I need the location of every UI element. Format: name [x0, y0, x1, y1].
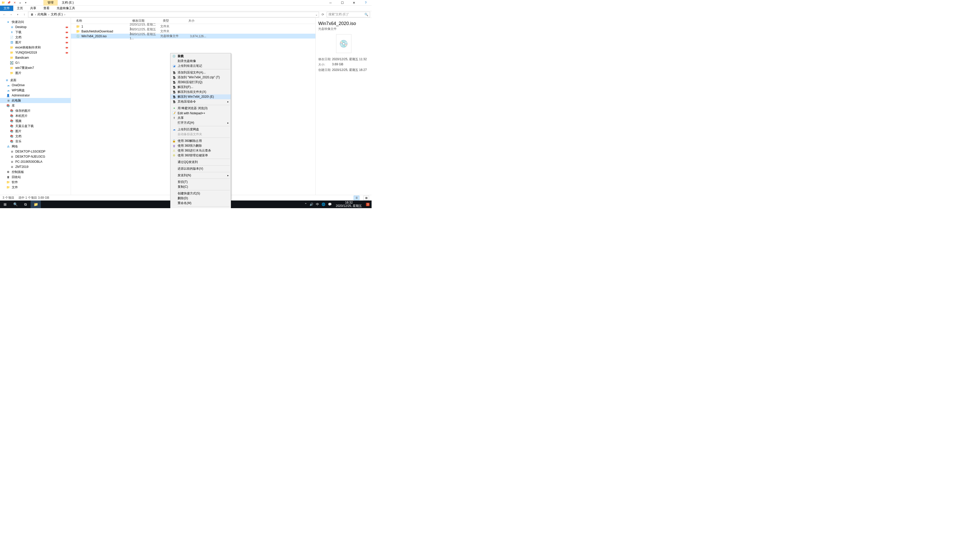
tree-item[interactable]: 📁软件 [0, 179, 71, 185]
tree-libraries[interactable]: 📚库 [0, 103, 71, 108]
file-row[interactable]: 📁1 2020/12/15, 星期二 1... 文件夹 [71, 24, 315, 29]
chevron-right-icon[interactable]: › [64, 13, 65, 16]
tree-recycle-bin[interactable]: 🗑回收站 [0, 175, 71, 179]
ribbon-tab-view[interactable]: 查看 [40, 6, 53, 11]
ctx-openwith[interactable]: 打开方式(H)▸ [170, 121, 231, 125]
tree-item[interactable]: 📁Bandicam [0, 55, 71, 60]
chevron-right-icon[interactable]: › [48, 13, 49, 16]
view-details-button[interactable]: ☰ [354, 196, 360, 200]
breadcrumb-pc[interactable]: 此电脑 [37, 12, 48, 17]
tree-item[interactable]: 📁图片 [0, 70, 71, 76]
tree-wps[interactable]: ☁WPS网盘 [0, 88, 71, 93]
tree-item[interactable]: 📚音乐 [0, 139, 71, 144]
recent-dropdown[interactable]: ▾ [15, 12, 21, 17]
start-button[interactable]: ⊞ [0, 200, 10, 208]
ribbon-tab-home[interactable]: 主页 [13, 6, 27, 11]
ctx-restore-version[interactable]: 还原以前的版本(V) [170, 166, 231, 171]
tree-desktop[interactable]: 🖥桌面 [0, 78, 71, 83]
column-name[interactable]: 名称 [71, 19, 130, 23]
close-button[interactable]: ✕ [348, 0, 360, 6]
network-icon[interactable]: 🌐 [321, 203, 325, 206]
tree-item[interactable]: 📁excel表格制作求和📌 [0, 45, 71, 50]
ctx-bee-browser[interactable]: ✦用 蜂蜜浏览器 浏览(3) [170, 106, 231, 111]
search-button[interactable]: 🔍 [10, 200, 21, 208]
column-type[interactable]: 类型 [160, 19, 186, 23]
help-button[interactable]: ? [360, 0, 372, 6]
ctx-extract-here[interactable]: 🗜解压到当前文件夹(X) [170, 89, 231, 94]
ctx-share[interactable]: ⇪共享 [170, 116, 231, 121]
ctx-add-archive[interactable]: 🗜添加到压缩文件(A)... [170, 70, 231, 75]
navigation-pane[interactable]: ★快速访问 🖥Desktop📌 ⬇下载📌 📄文档📌 🖼图片📌 📁excel表格制… [0, 18, 71, 195]
ctx-copy[interactable]: 复制(C) [170, 184, 231, 189]
ctx-other-zip[interactable]: 🗜其他压缩命令▸ [170, 99, 231, 104]
qat-pin-icon[interactable]: 📌 [6, 0, 11, 5]
ctx-cut[interactable]: 剪切(T) [170, 179, 231, 184]
forward-button[interactable]: → [8, 12, 14, 17]
ctx-extract-to[interactable]: 🗜解压到(F)... [170, 85, 231, 89]
ctx-360-menu[interactable]: ⚙使用 360管理右键菜单 [170, 153, 231, 158]
ctx-shortcut[interactable]: 创建快捷方式(S) [170, 191, 231, 196]
qat-props-icon[interactable]: ≡ [18, 0, 22, 5]
ctx-rename[interactable]: 重命名(M) [170, 201, 231, 206]
tree-item[interactable]: 🖥DESKTOP-LSSOEDP [0, 149, 71, 154]
ctx-baidu-upload[interactable]: ☁上传到百度网盘 [170, 127, 231, 132]
file-row[interactable]: 📁BaiduNetdiskDownload 2020/12/25, 星期五 1.… [71, 29, 315, 34]
search-input[interactable]: 搜索"文档 (E:)" 🔍 [327, 12, 370, 17]
tree-item[interactable]: 🖼图片📌 [0, 40, 71, 45]
ctx-open-360zip[interactable]: 🗜用360压缩打开(Q) [170, 80, 231, 85]
explorer-taskbar-button[interactable]: 📁 [30, 200, 41, 208]
ctx-delete[interactable]: 删除(D) [170, 196, 231, 201]
ime-indicator[interactable]: 中 [316, 202, 319, 206]
tree-item[interactable]: 📚本机照片 [0, 113, 71, 118]
tree-item[interactable]: 📄文档📌 [0, 35, 71, 40]
ctx-burn[interactable]: 刻录光盘映像 [170, 59, 231, 64]
ctx-360-unlock[interactable]: 🔓使用 360解除占用 [170, 138, 231, 143]
tree-this-pc[interactable]: 🖥此电脑 [0, 98, 71, 103]
tree-item[interactable]: 📁win7重装win7 [0, 65, 71, 70]
ctx-add-zip[interactable]: 🗜添加到 "Win7x64_2020.zip" (T) [170, 75, 231, 80]
qat-dropdown-icon[interactable]: ▾ [24, 0, 28, 5]
qat-close-icon[interactable]: ✕ [12, 0, 17, 5]
chevron-right-icon[interactable]: › [35, 13, 36, 16]
file-row-selected[interactable]: 💿Win7x64_2020.iso 2020/12/25, 星期五 1... 光… [71, 34, 315, 38]
breadcrumb-drive[interactable]: 文档 (E:) [50, 12, 64, 17]
ctx-extract-named[interactable]: 🗜解压到 Win7x64_2020\ (E) [170, 94, 231, 99]
ctx-properties[interactable]: 属性(R) [170, 207, 231, 208]
tree-onedrive[interactable]: ☁OneDrive [0, 83, 71, 88]
tree-item[interactable]: ⬇下载📌 [0, 30, 71, 35]
tree-item[interactable]: 📚视频 [0, 118, 71, 124]
tree-item[interactable]: 📚天翼云盘下载 [0, 124, 71, 129]
taskbar-clock[interactable]: 16:32 2020/12/25, 星期五 [334, 201, 364, 208]
file-list-pane[interactable]: 名称 修改日期 类型 大小 📁1 2020/12/15, 星期二 1... 文件… [71, 18, 315, 195]
minimize-button[interactable]: ─ [325, 0, 336, 6]
ribbon-tab-file[interactable]: 文件 [0, 6, 13, 11]
tray-overflow-icon[interactable]: ⌃ [304, 203, 307, 206]
tree-item[interactable]: 📚保存的图片 [0, 108, 71, 113]
tree-item[interactable]: 🖥ZMT2019 [0, 164, 71, 169]
tree-item[interactable]: 💽G:\ [0, 60, 71, 65]
search-icon[interactable]: 🔍 [364, 13, 368, 16]
tree-item[interactable]: 🖥DESKTOP-NJEU3CG [0, 154, 71, 159]
tree-item[interactable]: 🖥PC-20190530OBLA [0, 159, 71, 164]
ctx-360-delete[interactable]: 🗑使用 360强力删除 [170, 143, 231, 148]
ctx-notepadpp[interactable]: 📝Edit with Notepad++ [170, 111, 231, 116]
taskview-button[interactable]: ⧉ [21, 200, 30, 208]
action-center-icon[interactable]: 💬 [328, 203, 332, 206]
ctx-qq-send[interactable]: 通过QQ发送到 [170, 160, 231, 165]
tree-item[interactable]: 📁YUNQISHI2019📌 [0, 50, 71, 55]
breadcrumb-pc-icon[interactable]: 🖥 [29, 13, 35, 16]
up-button[interactable]: ↑ [21, 12, 27, 17]
chevron-down-icon[interactable]: ⌄ [315, 13, 318, 16]
back-button[interactable]: ← [2, 12, 7, 17]
view-large-button[interactable]: ▦ [363, 196, 369, 200]
tree-quick-access[interactable]: ★快速访问 [0, 19, 71, 24]
tree-item[interactable]: 📚文档 [0, 134, 71, 139]
context-tab-manage[interactable]: 管理 [43, 0, 58, 6]
ctx-sendto[interactable]: 发送到(N)▸ [170, 173, 231, 178]
refresh-button[interactable]: ⟳ [320, 12, 326, 17]
tree-item[interactable]: 📁文件 [0, 185, 71, 190]
ctx-360-scan[interactable]: ⚠使用 360进行木马云查杀 [170, 148, 231, 153]
ctx-youdao[interactable]: ◪上传到有道云笔记 [170, 64, 231, 68]
tree-network[interactable]: 🖧网络 [0, 144, 71, 149]
ctx-mount[interactable]: 💿装载 [170, 54, 231, 59]
